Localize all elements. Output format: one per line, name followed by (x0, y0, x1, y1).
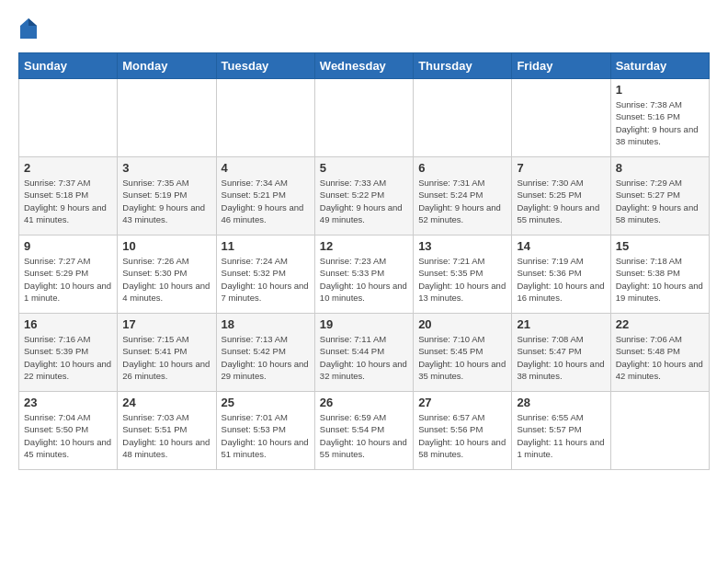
calendar-week-5: 23Sunrise: 7:04 AM Sunset: 5:50 PM Dayli… (19, 392, 710, 470)
calendar-week-3: 9Sunrise: 7:27 AM Sunset: 5:29 PM Daylig… (19, 236, 710, 314)
calendar-cell (512, 79, 610, 157)
day-number: 7 (517, 161, 605, 175)
day-info: Sunrise: 7:18 AM Sunset: 5:38 PM Dayligh… (616, 255, 704, 304)
day-info: Sunrise: 7:29 AM Sunset: 5:27 PM Dayligh… (616, 177, 704, 225)
day-info: Sunrise: 7:21 AM Sunset: 5:35 PM Dayligh… (418, 255, 506, 304)
day-number: 12 (320, 239, 408, 253)
calendar-week-4: 16Sunrise: 7:16 AM Sunset: 5:39 PM Dayli… (19, 314, 710, 392)
calendar-cell: 1Sunrise: 7:38 AM Sunset: 5:16 PM Daylig… (610, 79, 709, 157)
calendar-cell: 22Sunrise: 7:06 AM Sunset: 5:48 PM Dayli… (610, 314, 709, 392)
calendar-cell (216, 79, 314, 157)
day-info: Sunrise: 7:35 AM Sunset: 5:19 PM Dayligh… (122, 177, 210, 225)
day-info: Sunrise: 7:13 AM Sunset: 5:42 PM Dayligh… (222, 333, 310, 382)
calendar-cell: 26Sunrise: 6:59 AM Sunset: 5:54 PM Dayli… (314, 392, 413, 470)
day-info: Sunrise: 7:23 AM Sunset: 5:33 PM Dayligh… (320, 255, 408, 304)
calendar-cell: 13Sunrise: 7:21 AM Sunset: 5:35 PM Dayli… (414, 236, 512, 314)
day-number: 23 (24, 396, 112, 409)
calendar-cell: 3Sunrise: 7:35 AM Sunset: 5:19 PM Daylig… (118, 157, 216, 236)
calendar-cell: 6Sunrise: 7:31 AM Sunset: 5:24 PM Daylig… (414, 157, 512, 236)
calendar-table: SundayMondayTuesdayWednesdayThursdayFrid… (18, 52, 710, 470)
day-number: 17 (122, 317, 210, 331)
weekday-header-monday: Monday (118, 53, 216, 79)
day-number: 20 (418, 317, 506, 331)
day-info: Sunrise: 7:34 AM Sunset: 5:21 PM Dayligh… (222, 177, 310, 225)
day-info: Sunrise: 7:24 AM Sunset: 5:32 PM Dayligh… (222, 255, 310, 304)
day-number: 2 (24, 161, 112, 175)
weekday-header-sunday: Sunday (19, 53, 118, 79)
logo-icon (20, 18, 37, 39)
day-info: Sunrise: 7:27 AM Sunset: 5:29 PM Dayligh… (24, 255, 112, 304)
weekday-header-wednesday: Wednesday (314, 53, 413, 79)
day-number: 22 (616, 317, 704, 331)
day-info: Sunrise: 7:15 AM Sunset: 5:41 PM Dayligh… (122, 333, 210, 382)
day-number: 19 (320, 317, 408, 331)
day-info: Sunrise: 7:11 AM Sunset: 5:44 PM Dayligh… (320, 333, 408, 382)
calendar-cell: 9Sunrise: 7:27 AM Sunset: 5:29 PM Daylig… (19, 236, 118, 314)
calendar-cell: 14Sunrise: 7:19 AM Sunset: 5:36 PM Dayli… (512, 236, 610, 314)
weekday-header-friday: Friday (512, 53, 610, 79)
calendar-cell: 27Sunrise: 6:57 AM Sunset: 5:56 PM Dayli… (414, 392, 512, 470)
calendar-cell (610, 392, 709, 470)
calendar-cell: 15Sunrise: 7:18 AM Sunset: 5:38 PM Dayli… (610, 236, 709, 314)
day-number: 9 (24, 239, 112, 253)
day-number: 25 (222, 396, 310, 409)
day-info: Sunrise: 7:08 AM Sunset: 5:47 PM Dayligh… (517, 333, 605, 382)
day-number: 5 (320, 161, 408, 175)
calendar-cell: 25Sunrise: 7:01 AM Sunset: 5:53 PM Dayli… (216, 392, 314, 470)
day-number: 27 (418, 396, 506, 409)
calendar-cell: 11Sunrise: 7:24 AM Sunset: 5:32 PM Dayli… (216, 236, 314, 314)
calendar-cell: 2Sunrise: 7:37 AM Sunset: 5:18 PM Daylig… (19, 157, 118, 236)
day-number: 14 (517, 239, 605, 253)
calendar-cell: 7Sunrise: 7:30 AM Sunset: 5:25 PM Daylig… (512, 157, 610, 236)
day-number: 13 (418, 239, 506, 253)
weekday-header-thursday: Thursday (414, 53, 512, 79)
day-info: Sunrise: 7:38 AM Sunset: 5:16 PM Dayligh… (616, 98, 704, 147)
day-info: Sunrise: 7:16 AM Sunset: 5:39 PM Dayligh… (24, 333, 112, 382)
calendar-cell: 23Sunrise: 7:04 AM Sunset: 5:50 PM Dayli… (19, 392, 118, 470)
day-number: 26 (320, 396, 408, 409)
day-number: 16 (24, 317, 112, 331)
day-number: 21 (517, 317, 605, 331)
calendar-cell: 21Sunrise: 7:08 AM Sunset: 5:47 PM Dayli… (512, 314, 610, 392)
calendar-cell: 18Sunrise: 7:13 AM Sunset: 5:42 PM Dayli… (216, 314, 314, 392)
calendar-cell: 10Sunrise: 7:26 AM Sunset: 5:30 PM Dayli… (118, 236, 216, 314)
calendar-cell: 19Sunrise: 7:11 AM Sunset: 5:44 PM Dayli… (314, 314, 413, 392)
day-info: Sunrise: 7:01 AM Sunset: 5:53 PM Dayligh… (222, 411, 310, 460)
day-info: Sunrise: 7:31 AM Sunset: 5:24 PM Dayligh… (418, 177, 506, 225)
weekday-header-saturday: Saturday (610, 53, 709, 79)
calendar-cell: 12Sunrise: 7:23 AM Sunset: 5:33 PM Dayli… (314, 236, 413, 314)
calendar-cell (314, 79, 413, 157)
day-info: Sunrise: 6:55 AM Sunset: 5:57 PM Dayligh… (517, 411, 605, 460)
calendar-cell: 28Sunrise: 6:55 AM Sunset: 5:57 PM Dayli… (512, 392, 610, 470)
day-number: 15 (616, 239, 704, 253)
day-info: Sunrise: 7:04 AM Sunset: 5:50 PM Dayligh… (24, 411, 112, 460)
calendar-cell: 20Sunrise: 7:10 AM Sunset: 5:45 PM Dayli… (414, 314, 512, 392)
day-info: Sunrise: 7:19 AM Sunset: 5:36 PM Dayligh… (517, 255, 605, 304)
calendar-cell (118, 79, 216, 157)
page-header (18, 18, 710, 43)
day-number: 24 (122, 396, 210, 409)
day-info: Sunrise: 7:26 AM Sunset: 5:30 PM Dayligh… (122, 255, 210, 304)
calendar-cell: 8Sunrise: 7:29 AM Sunset: 5:27 PM Daylig… (610, 157, 709, 236)
calendar-cell: 17Sunrise: 7:15 AM Sunset: 5:41 PM Dayli… (118, 314, 216, 392)
svg-marker-1 (28, 18, 37, 26)
day-number: 8 (616, 161, 704, 175)
calendar-cell: 16Sunrise: 7:16 AM Sunset: 5:39 PM Dayli… (19, 314, 118, 392)
day-info: Sunrise: 7:33 AM Sunset: 5:22 PM Dayligh… (320, 177, 408, 225)
calendar-cell: 24Sunrise: 7:03 AM Sunset: 5:51 PM Dayli… (118, 392, 216, 470)
day-info: Sunrise: 7:37 AM Sunset: 5:18 PM Dayligh… (24, 177, 112, 225)
day-number: 6 (418, 161, 506, 175)
calendar-cell (414, 79, 512, 157)
day-number: 3 (122, 161, 210, 175)
day-number: 10 (122, 239, 210, 253)
calendar-week-2: 2Sunrise: 7:37 AM Sunset: 5:18 PM Daylig… (19, 157, 710, 236)
calendar-cell: 5Sunrise: 7:33 AM Sunset: 5:22 PM Daylig… (314, 157, 413, 236)
day-info: Sunrise: 7:03 AM Sunset: 5:51 PM Dayligh… (122, 411, 210, 460)
day-number: 1 (616, 83, 704, 97)
day-number: 4 (222, 161, 310, 175)
calendar-cell: 4Sunrise: 7:34 AM Sunset: 5:21 PM Daylig… (216, 157, 314, 236)
day-info: Sunrise: 7:30 AM Sunset: 5:25 PM Dayligh… (517, 177, 605, 225)
calendar-week-1: 1Sunrise: 7:38 AM Sunset: 5:16 PM Daylig… (19, 79, 710, 157)
calendar-cell (19, 79, 118, 157)
day-info: Sunrise: 6:57 AM Sunset: 5:56 PM Dayligh… (418, 411, 506, 460)
